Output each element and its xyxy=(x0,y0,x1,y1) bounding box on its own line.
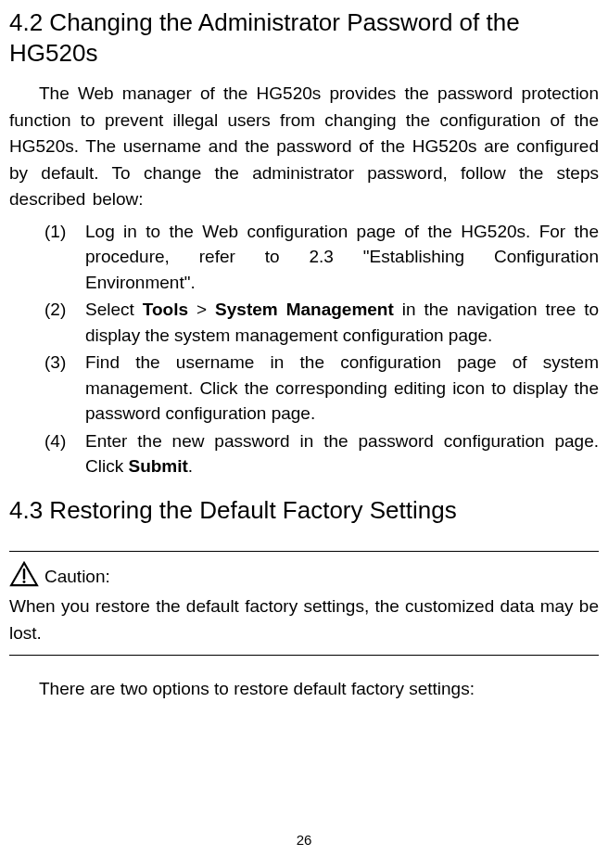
caution-label: Caution: xyxy=(44,567,110,587)
section-4-3-heading: 4.3 Restoring the Default Factory Settin… xyxy=(9,496,599,525)
step-2-bold-tools: Tools xyxy=(143,300,188,319)
step-4: Enter the new password in the password c… xyxy=(44,428,599,479)
step-3: Find the username in the configuration p… xyxy=(44,350,599,427)
step-2: Select Tools > System Management in the … xyxy=(44,297,599,348)
steps-list: Log in to the Web configuration page of … xyxy=(9,219,599,479)
step-3-text: Find the username in the configuration p… xyxy=(85,352,599,423)
svg-point-2 xyxy=(23,581,26,583)
page-number: 26 xyxy=(0,832,608,848)
section-4-2-heading: 4.2 Changing the Administrator Password … xyxy=(9,7,599,68)
step-4-post: . xyxy=(188,456,193,476)
step-1: Log in to the Web configuration page of … xyxy=(44,219,599,296)
restore-options-intro: There are two options to restore default… xyxy=(9,676,599,703)
section-4-2-intro: The Web manager of the HG520s provides t… xyxy=(9,81,599,213)
divider-bottom xyxy=(9,655,599,656)
caution-header: Caution: xyxy=(9,561,599,587)
step-2-pre: Select xyxy=(85,300,143,319)
step-2-bold-sysm: System Management xyxy=(215,300,394,319)
caution-block: Caution: When you restore the default fa… xyxy=(9,551,599,656)
caution-text: When you restore the default factory set… xyxy=(9,593,599,647)
step-4-bold-submit: Submit xyxy=(128,456,187,476)
warning-icon xyxy=(9,561,39,587)
step-1-text: Log in to the Web configuration page of … xyxy=(85,222,599,292)
step-2-mid: > xyxy=(188,300,215,319)
divider-top xyxy=(9,551,599,552)
